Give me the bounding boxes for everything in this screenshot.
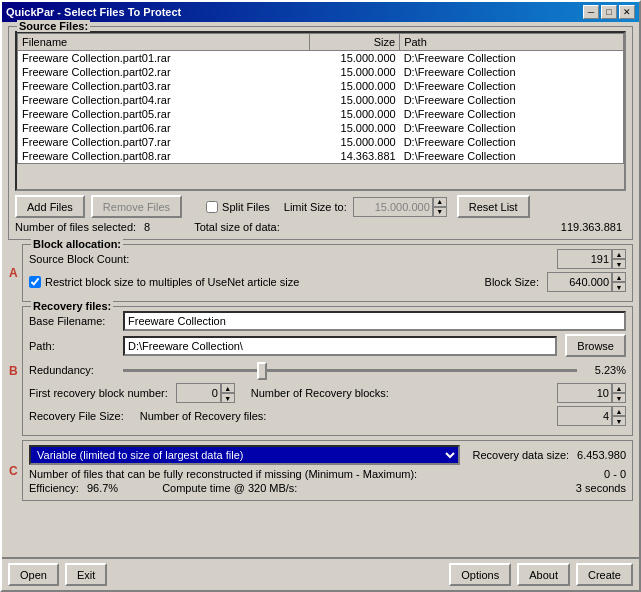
compute-label: Compute time @ 320 MB/s: <box>162 482 297 494</box>
title-bar: QuickPar - Select Files To Protect ─ □ ✕ <box>2 2 639 22</box>
files-info-row: Number of files selected: 8 Total size o… <box>15 221 626 233</box>
exit-button[interactable]: Exit <box>65 563 107 586</box>
recovery-files-input[interactable] <box>557 406 612 426</box>
file-controls-row: Add Files Remove Files Split Files Limit… <box>15 195 626 218</box>
recovery-data-group: C Variable (limited to size of largest d… <box>22 440 633 501</box>
footer: Open Exit Options About Create <box>2 557 639 590</box>
main-window: QuickPar - Select Files To Protect ─ □ ✕… <box>0 0 641 592</box>
maximize-button[interactable]: □ <box>601 5 617 19</box>
col-filename: Filename <box>18 34 310 51</box>
window-body: Source Files: Filename Size Path Freewar… <box>2 22 639 557</box>
window-title: QuickPar - Select Files To Protect <box>6 6 181 18</box>
base-filename-input[interactable] <box>123 311 626 331</box>
efficiency-value: 96.7% <box>87 482 118 494</box>
col-size: Size <box>310 34 400 51</box>
path-row: Path: Browse <box>29 334 626 357</box>
source-block-spinner: ▲ ▼ <box>557 249 626 269</box>
table-row: Freeware Collection.part04.rar 15.000.00… <box>18 93 624 107</box>
recovery-files-up[interactable]: ▲ <box>612 406 626 416</box>
cell-path: D:\Freeware Collection <box>400 121 624 135</box>
recovery-blocks-up[interactable]: ▲ <box>612 383 626 393</box>
recovery-blocks-row: First recovery block number: ▲ ▼ Number … <box>29 383 626 403</box>
redundancy-label: Redundancy: <box>29 364 119 376</box>
recovery-files-label: Recovery files: <box>31 300 113 312</box>
redundancy-slider[interactable] <box>123 360 577 380</box>
open-button[interactable]: Open <box>8 563 59 586</box>
recovery-files-label: Number of Recovery files: <box>140 410 267 422</box>
source-block-up[interactable]: ▲ <box>612 249 626 259</box>
block-size-up[interactable]: ▲ <box>612 272 626 282</box>
cell-size: 15.000.000 <box>310 79 400 93</box>
limit-size-down[interactable]: ▼ <box>433 207 447 217</box>
source-block-down[interactable]: ▼ <box>612 259 626 269</box>
source-block-input[interactable] <box>557 249 612 269</box>
recovery-files-buttons: ▲ ▼ <box>612 406 626 426</box>
restrict-checkbox[interactable] <box>29 276 41 288</box>
minimize-button[interactable]: ─ <box>583 5 599 19</box>
source-block-count-row: Source Block Count: ▲ ▼ <box>29 249 626 269</box>
reset-list-button[interactable]: Reset List <box>457 195 530 218</box>
recovery-blocks-down[interactable]: ▼ <box>612 393 626 403</box>
about-button[interactable]: About <box>517 563 570 586</box>
file-table-container[interactable]: Filename Size Path Freeware Collection.p… <box>15 31 626 191</box>
block-size-spinner: ▲ ▼ <box>547 272 626 292</box>
redundancy-row: Redundancy: 5.23% <box>29 360 626 380</box>
limit-size-up[interactable]: ▲ <box>433 197 447 207</box>
recovery-blocks-input[interactable] <box>557 383 612 403</box>
min-max-label: Number of files that can be fully recons… <box>29 468 417 480</box>
cell-size: 15.000.000 <box>310 107 400 121</box>
table-row: Freeware Collection.part03.rar 15.000.00… <box>18 79 624 93</box>
block-size-input[interactable] <box>547 272 612 292</box>
first-recovery-block-label: First recovery block number: <box>29 387 168 399</box>
limit-size-input[interactable] <box>353 197 433 217</box>
cell-size: 15.000.000 <box>310 121 400 135</box>
min-max-row: Number of files that can be fully recons… <box>29 468 626 480</box>
create-button[interactable]: Create <box>576 563 633 586</box>
stats-row: Efficiency: 96.7% Compute time @ 320 MB/… <box>29 482 626 494</box>
cell-path: D:\Freeware Collection <box>400 79 624 93</box>
first-recovery-block-buttons: ▲ ▼ <box>221 383 235 403</box>
split-files-checkbox[interactable] <box>206 201 218 213</box>
block-size-down[interactable]: ▼ <box>612 282 626 292</box>
compute-value: 3 seconds <box>576 482 626 494</box>
recovery-data-size-value: 6.453.980 <box>577 449 626 461</box>
recovery-blocks-buttons: ▲ ▼ <box>612 383 626 403</box>
cell-path: D:\Freeware Collection <box>400 93 624 107</box>
title-bar-buttons: ─ □ ✕ <box>583 5 635 19</box>
marker-b: B <box>9 364 18 378</box>
recovery-files-spinner: ▲ ▼ <box>557 406 626 426</box>
total-size-label: Total size of data: <box>194 221 280 233</box>
remove-files-button[interactable]: Remove Files <box>91 195 182 218</box>
first-recovery-block-input[interactable] <box>176 383 221 403</box>
cell-path: D:\Freeware Collection <box>400 149 624 164</box>
restrict-label: Restrict block size to multiples of UseN… <box>45 276 299 288</box>
first-recovery-block-up[interactable]: ▲ <box>221 383 235 393</box>
marker-c: C <box>9 464 18 478</box>
source-files-label: Source Files: <box>17 20 90 32</box>
recovery-files-down[interactable]: ▼ <box>612 416 626 426</box>
browse-button[interactable]: Browse <box>565 334 626 357</box>
table-row: Freeware Collection.part08.rar 14.363.88… <box>18 149 624 164</box>
recovery-data-size-label: Recovery data size: <box>472 449 569 461</box>
marker-a: A <box>9 266 18 280</box>
variable-dropdown[interactable]: Variable (limited to size of largest dat… <box>29 445 460 465</box>
base-filename-row: Base Filename: <box>29 311 626 331</box>
first-recovery-block-down[interactable]: ▼ <box>221 393 235 403</box>
files-selected-value: 8 <box>144 221 150 233</box>
restrict-checkbox-wrap: Restrict block size to multiples of UseN… <box>29 276 299 288</box>
cell-filename: Freeware Collection.part02.rar <box>18 65 310 79</box>
cell-path: D:\Freeware Collection <box>400 135 624 149</box>
limit-size-label: Limit Size to: <box>284 201 347 213</box>
options-button[interactable]: Options <box>449 563 511 586</box>
block-allocation-group: A Block allocation: Source Block Count: … <box>22 244 633 302</box>
close-button[interactable]: ✕ <box>619 5 635 19</box>
path-input[interactable] <box>123 336 557 356</box>
add-files-button[interactable]: Add Files <box>15 195 85 218</box>
col-path: Path <box>400 34 624 51</box>
source-block-count-label: Source Block Count: <box>29 253 149 265</box>
cell-size: 15.000.000 <box>310 135 400 149</box>
source-files-group: Source Files: Filename Size Path Freewar… <box>8 26 633 240</box>
files-selected-label: Number of files selected: <box>15 221 136 233</box>
source-block-spinner-buttons: ▲ ▼ <box>612 249 626 269</box>
cell-filename: Freeware Collection.part05.rar <box>18 107 310 121</box>
